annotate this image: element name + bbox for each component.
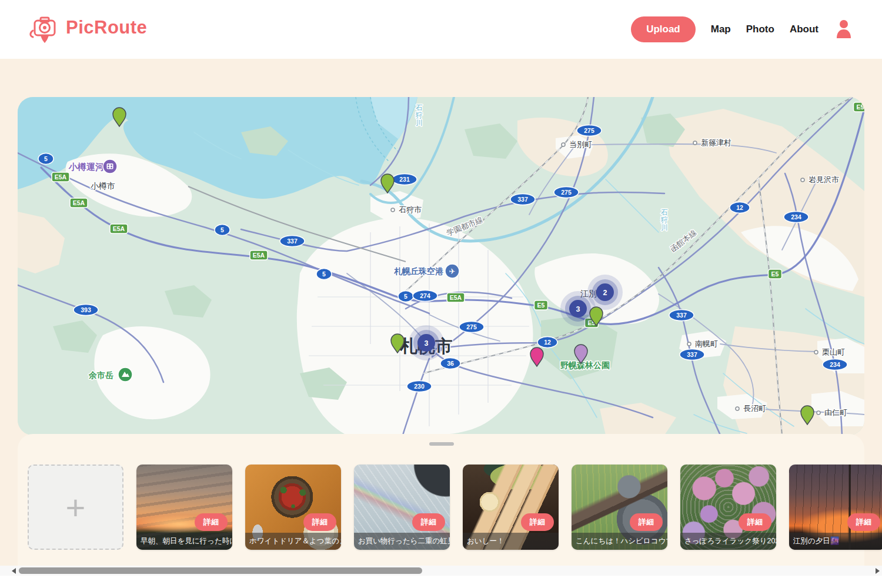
svg-text:小樽市: 小樽市 — [91, 181, 115, 191]
camera-pin-logo-icon — [28, 12, 60, 44]
map-label-otaru-canal: 小樽運河 — [68, 159, 117, 173]
road-badge-234: 234 — [784, 212, 808, 223]
horizontal-scrollbar[interactable] — [0, 566, 882, 576]
svg-text:230: 230 — [414, 383, 425, 390]
photo-card-7[interactable]: 詳細江別の夕日🌆 — [789, 465, 882, 550]
svg-text:小樽運河: 小樽運河 — [68, 162, 105, 172]
svg-text:E5A: E5A — [55, 173, 67, 181]
detail-button[interactable]: 詳細 — [303, 513, 336, 531]
road-badge-E5A: E5A — [52, 172, 69, 182]
svg-text:337: 337 — [517, 196, 528, 203]
museum-icon — [103, 159, 117, 173]
svg-text:393: 393 — [81, 306, 91, 313]
upload-button[interactable]: Upload — [631, 16, 696, 42]
svg-text:5: 5 — [220, 226, 224, 233]
road-badge-E5: E5 — [769, 269, 782, 279]
detail-button[interactable]: 詳細 — [630, 513, 663, 531]
detail-button[interactable]: 詳細 — [521, 513, 554, 531]
road-badge-E5A: E5A — [70, 198, 88, 208]
scrollbar-thumb[interactable] — [19, 567, 422, 574]
svg-text:234: 234 — [791, 213, 801, 220]
svg-text:2: 2 — [603, 289, 607, 297]
svg-text:337: 337 — [687, 351, 697, 358]
nav-photo[interactable]: Photo — [746, 24, 774, 35]
header: PicRoute Upload Map Photo About — [0, 0, 882, 59]
road-badge-E5A: E5A — [447, 293, 465, 302]
svg-text:12: 12 — [544, 339, 551, 346]
svg-text:36: 36 — [447, 360, 454, 367]
photo-caption: さっぽろライラック祭り2025 — [680, 533, 776, 550]
person-icon — [835, 19, 853, 38]
road-badge-231: 231 — [392, 174, 417, 185]
photo-card-5[interactable]: 詳細こんにちは！ハシビロコウで... — [572, 465, 667, 550]
photo-caption: こんにちは！ハシビロコウで... — [572, 533, 667, 550]
photo-card-2[interactable]: 詳細ホワイトドリア＆よつ葉のま... — [245, 465, 341, 550]
filter-bar: ジャンル: 全て ↺ リセット — [0, 59, 882, 97]
airport-icon: ✈ — [445, 264, 459, 278]
mountain-icon — [118, 368, 132, 382]
map[interactable]: 小樽運河小樽市石狩市当別町新篠津村岩見沢市札幌丘珠空港✈江別札幌市野幌森林公園余… — [18, 97, 864, 435]
nav-map[interactable]: Map — [711, 24, 731, 35]
photo-caption: 早朝、朝日を見に行った時に... — [136, 533, 232, 550]
map-label-otaru-city: 小樽市 — [91, 181, 115, 191]
svg-text:栗山町: 栗山町 — [822, 348, 845, 356]
road-badge-274: 274 — [413, 290, 437, 302]
svg-text:5: 5 — [322, 270, 326, 278]
photo-card-3[interactable]: 詳細お買い物行ったら二重の虹見... — [354, 465, 450, 550]
svg-text:石狩川: 石狩川 — [415, 103, 423, 127]
scrollbar-left-arrow-icon[interactable] — [12, 568, 16, 574]
photo-carousel: + 詳細早朝、朝日を見に行った時に...詳細ホワイトドリア＆よつ葉のま...詳細… — [28, 465, 882, 550]
road-badge-275: 275 — [459, 322, 484, 333]
detail-button[interactable]: 詳細 — [195, 513, 228, 531]
cluster-sapporo-3[interactable]: 3 — [409, 325, 444, 360]
detail-button[interactable]: 詳細 — [847, 513, 880, 531]
road-badge-5: 5 — [398, 291, 413, 302]
photo-caption: おいしー！ — [463, 533, 559, 550]
svg-text:余市岳: 余市岳 — [88, 370, 113, 380]
nav-about[interactable]: About — [790, 24, 818, 35]
svg-text:275: 275 — [561, 189, 572, 196]
photo-card-6[interactable]: 詳細さっぽろライラック祭り2025 — [680, 465, 776, 550]
photo-card-4[interactable]: 詳細おいしー！ — [463, 465, 559, 550]
scrollbar-right-arrow-icon[interactable] — [876, 568, 880, 574]
photo-card-1[interactable]: 詳細早朝、朝日を見に行った時に... — [136, 465, 232, 550]
svg-text:E5: E5 — [771, 270, 779, 278]
bottom-strip — [0, 576, 882, 588]
road-badge-230: 230 — [407, 381, 432, 392]
svg-text:3: 3 — [425, 339, 429, 348]
road-badge-337: 337 — [510, 194, 535, 205]
road-badge-275: 275 — [577, 125, 602, 136]
svg-text:石狩川: 石狩川 — [660, 208, 668, 232]
road-badge-275: 275 — [554, 187, 579, 198]
road-badge-E5A: E5A — [250, 250, 268, 260]
svg-text:E5A: E5A — [253, 252, 265, 259]
road-badge-E5A: E5A — [110, 224, 128, 233]
svg-text:当別町: 当別町 — [569, 140, 592, 149]
road-badge-234: 234 — [823, 359, 847, 370]
road-badge-12: 12 — [730, 202, 750, 213]
svg-text:石狩市: 石狩市 — [399, 205, 422, 214]
map-label-nopporo-forest-park: 野幌森林公園 — [560, 360, 610, 370]
road-badge-E5: E5 — [534, 300, 548, 310]
road-badge-393: 393 — [74, 305, 98, 316]
svg-text:E5: E5 — [857, 103, 864, 111]
svg-text:5: 5 — [44, 155, 48, 162]
panel-drag-handle[interactable] — [429, 442, 454, 446]
svg-text:野幌森林公園: 野幌森林公園 — [560, 360, 610, 370]
photo-caption: ホワイトドリア＆よつ葉のま... — [245, 533, 341, 550]
road-badge-36: 36 — [440, 358, 460, 369]
photo-caption: お買い物行ったら二重の虹見... — [354, 533, 450, 550]
app-title: PicRoute — [66, 17, 147, 38]
detail-button[interactable]: 詳細 — [412, 513, 445, 531]
svg-text:E5A: E5A — [73, 199, 85, 206]
road-badge-5: 5 — [316, 269, 332, 280]
plus-icon: + — [66, 490, 86, 524]
add-photo-card[interactable]: + — [28, 465, 123, 550]
cluster-ebetsu-3[interactable]: 3 — [560, 291, 596, 326]
svg-text:E5A: E5A — [113, 225, 125, 232]
detail-button[interactable]: 詳細 — [739, 513, 771, 531]
map-label-ishikari-river-east: 石狩川 — [660, 208, 668, 232]
logo[interactable]: PicRoute — [28, 12, 147, 44]
road-badge-337: 337 — [680, 349, 704, 360]
user-avatar-button[interactable] — [834, 19, 854, 39]
